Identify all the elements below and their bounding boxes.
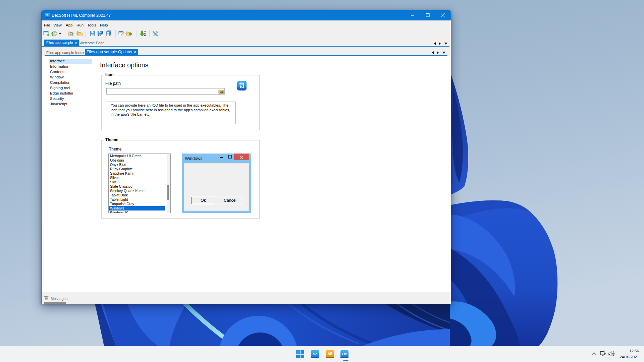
svg-text:01: 01 [144, 35, 146, 37]
